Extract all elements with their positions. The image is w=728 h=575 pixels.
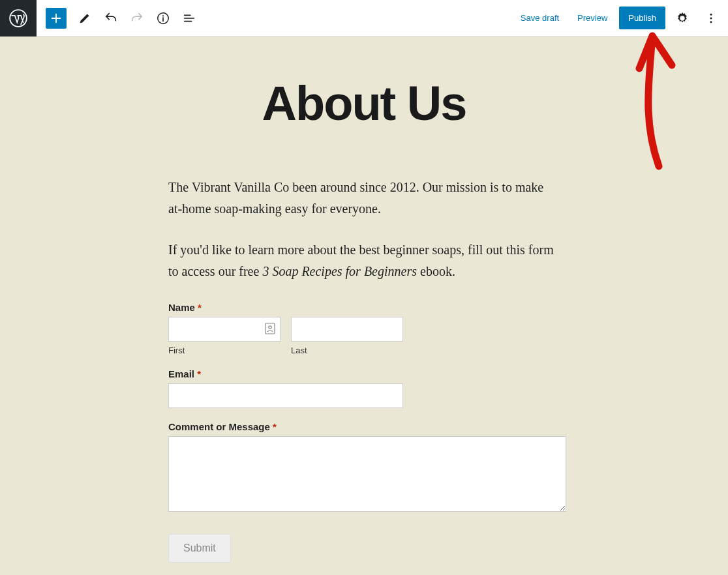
kebab-icon <box>705 12 718 25</box>
name-field-group: Name * First Last <box>168 302 560 355</box>
undo-button[interactable] <box>99 7 123 30</box>
contact-card-icon <box>265 323 275 337</box>
preview-button[interactable]: Preview <box>571 8 614 28</box>
first-name-col: First <box>168 317 281 355</box>
required-mark: * <box>273 421 277 432</box>
save-draft-button[interactable]: Save draft <box>514 8 566 28</box>
redo-icon <box>130 11 144 25</box>
message-label: Comment or Message * <box>168 421 560 432</box>
required-mark: * <box>197 368 201 379</box>
last-sublabel: Last <box>291 346 403 355</box>
email-field-group: Email * <box>168 368 560 408</box>
undo-icon <box>104 11 118 25</box>
wordpress-icon <box>9 9 27 27</box>
content-column: The Vibrant Vanilla Co been around since… <box>162 177 566 563</box>
editor-canvas[interactable]: About Us The Vibrant Vanilla Co been aro… <box>0 37 728 575</box>
svg-point-7 <box>269 326 271 329</box>
first-sublabel: First <box>168 346 281 355</box>
page-title[interactable]: About Us <box>0 76 728 131</box>
info-icon <box>156 11 170 25</box>
toolbar-right-group: Save draft Preview Publish <box>514 7 723 30</box>
editor-toolbar: Save draft Preview Publish <box>0 0 728 37</box>
wordpress-logo[interactable] <box>0 0 37 37</box>
submit-button[interactable]: Submit <box>168 534 231 563</box>
plus-icon <box>49 11 63 25</box>
para2-suffix: ebook. <box>417 264 455 278</box>
gear-icon <box>675 11 690 25</box>
last-name-input[interactable] <box>291 317 403 342</box>
svg-point-2 <box>162 15 164 16</box>
list-icon <box>182 11 196 25</box>
svg-point-3 <box>710 13 712 15</box>
email-label: Email * <box>168 368 560 379</box>
redo-button[interactable] <box>125 7 149 30</box>
email-input[interactable] <box>168 383 403 408</box>
paragraph-1[interactable]: The Vibrant Vanilla Co been around since… <box>168 177 560 220</box>
pencil-icon <box>78 11 92 25</box>
last-name-col: Last <box>291 317 403 355</box>
publish-button[interactable]: Publish <box>619 7 665 29</box>
toolbar-left-group <box>37 7 201 30</box>
first-name-input[interactable] <box>168 317 281 342</box>
settings-button[interactable] <box>671 7 694 30</box>
name-row: First Last <box>168 317 560 355</box>
add-block-button[interactable] <box>46 8 67 29</box>
edit-mode-button[interactable] <box>73 7 97 30</box>
required-mark: * <box>198 302 202 313</box>
paragraph-2[interactable]: If you'd like to learn more about the be… <box>168 239 560 282</box>
message-field-group: Comment or Message * <box>168 421 560 514</box>
message-textarea[interactable] <box>168 436 566 512</box>
svg-point-5 <box>710 21 712 23</box>
para2-italic: 3 Soap Recipes for Beginners <box>262 264 417 278</box>
outline-button[interactable] <box>177 7 201 30</box>
svg-point-4 <box>710 17 712 19</box>
info-button[interactable] <box>151 7 175 30</box>
more-options-button[interactable] <box>699 7 723 30</box>
name-label: Name * <box>168 302 560 313</box>
